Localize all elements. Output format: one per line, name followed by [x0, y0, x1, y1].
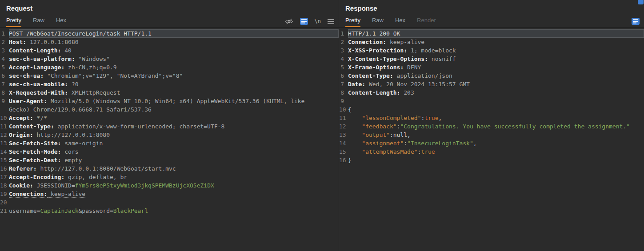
code-line-text[interactable]: "feedback":"Congratulations. You have su…: [348, 122, 644, 131]
code-line-text[interactable]: Accept: */*: [9, 114, 339, 122]
code-line-text[interactable]: }: [348, 156, 644, 164]
request-editor[interactable]: 1POST /WebGoat/InsecureLogin/task HTTP/1…: [0, 28, 339, 251]
eye-off-icon[interactable]: [285, 18, 293, 25]
code-line: 6sec-ch-ua: "Chromium";v="129", "Not=A?B…: [0, 72, 339, 80]
code-line-text[interactable]: Cookie: JSESSIONID=fYm5rs8eP5txyWmiod3jk…: [9, 181, 339, 190]
code-line-text[interactable]: Origin: http://127.0.0.1:8080: [9, 131, 339, 139]
code-segment: "attemptWasMade": [362, 148, 417, 155]
code-line-text[interactable]: Content-Length: 40: [9, 46, 339, 55]
code-line: 7Date: Wed, 20 Nov 2024 13:15:57 GMT: [339, 80, 644, 88]
line-number: 1: [0, 29, 9, 38]
response-tab-render[interactable]: Render: [417, 16, 436, 27]
line-number: 1: [339, 29, 348, 38]
response-tab-pretty[interactable]: Pretty: [345, 16, 360, 27]
code-line-text[interactable]: [348, 97, 644, 105]
line-number: 12: [0, 131, 9, 139]
code-line-text[interactable]: HTTP/1.1 200 OK: [348, 29, 644, 38]
code-line: 10Accept: */*: [0, 114, 339, 122]
code-line-text[interactable]: Content-Length: 203: [348, 88, 644, 97]
code-segment: X-Content-Type-Options:: [348, 56, 428, 62]
code-line: 15Sec-Fetch-Dest: empty: [0, 156, 339, 164]
code-line-text[interactable]: Connection: keep-alive: [348, 38, 644, 46]
http-message-viewer: Request Pretty Raw Hex: [0, 0, 644, 251]
request-tab-hex[interactable]: Hex: [56, 16, 66, 27]
code-line-text[interactable]: X-Content-Type-Options: nosniff: [348, 55, 644, 63]
code-segment: username=: [9, 207, 40, 214]
code-line: 19Connection: keep-alive: [0, 190, 339, 198]
code-segment: DENY: [404, 64, 421, 71]
code-line-text[interactable]: username=CaptainJack&password=BlackPearl: [9, 207, 339, 215]
code-line-text[interactable]: Gecko) Chrome/129.0.6668.71 Safari/537.3…: [9, 105, 339, 114]
code-line: 10{: [339, 105, 644, 114]
code-line-text[interactable]: Content-Type: application/json: [348, 72, 644, 80]
code-line-text[interactable]: POST /WebGoat/InsecureLogin/task HTTP/1.…: [9, 29, 339, 38]
code-segment: BlackPearl: [113, 207, 148, 214]
line-number: 9: [0, 97, 9, 105]
code-segment: Mozilla/5.0 (Windows NT 10.0; Win64; x64…: [47, 98, 304, 104]
window-badge-icon[interactable]: [638, 0, 644, 4]
code-segment: Content-Length:: [348, 89, 400, 96]
code-line-text[interactable]: [9, 198, 339, 207]
code-line-text[interactable]: sec-ch-ua-mobile: ?0: [9, 80, 339, 88]
code-line-text[interactable]: sec-ch-ua-platform: "Windows": [9, 55, 339, 63]
code-line-text[interactable]: X-XSS-Protection: 1; mode=block: [348, 46, 644, 55]
code-segment: cors: [61, 148, 78, 155]
code-line: 14Sec-Fetch-Mode: cors: [0, 147, 339, 156]
line-number: 6: [339, 72, 348, 80]
line-number: 4: [0, 55, 9, 63]
code-line: 12Origin: http://127.0.0.1:8080: [0, 131, 339, 139]
code-line-text[interactable]: Connection: keep-alive: [9, 190, 339, 198]
code-segment: true: [424, 115, 438, 121]
code-line: 6Content-Type: application/json: [339, 72, 644, 80]
code-line-text[interactable]: Sec-Fetch-Mode: cors: [9, 147, 339, 156]
code-line: 11 "lessonCompleted":true,: [339, 114, 644, 122]
response-toolbar: [632, 18, 640, 27]
code-segment: :: [390, 131, 393, 138]
response-tab-hex[interactable]: Hex: [395, 16, 405, 27]
request-tab-raw[interactable]: Raw: [33, 16, 44, 27]
pretty-format-icon[interactable]: [300, 18, 308, 25]
code-segment: Host:: [9, 39, 26, 45]
code-line-text[interactable]: Host: 127.0.0.1:8080: [9, 38, 339, 46]
newline-toggle-icon[interactable]: \n: [315, 18, 321, 24]
response-editor[interactable]: 1HTTP/1.1 200 OK2Connection: keep-alive3…: [339, 28, 644, 251]
code-segment: CaptainJack: [40, 207, 78, 214]
response-tab-raw[interactable]: Raw: [372, 16, 384, 27]
response-panel: Response Pretty Raw Hex Render 1HTTP/1.1…: [339, 0, 644, 251]
code-line-text[interactable]: X-Requested-With: XMLHttpRequest: [9, 88, 339, 97]
code-line-text[interactable]: X-Frame-Options: DENY: [348, 63, 644, 72]
code-line-text[interactable]: {: [348, 105, 644, 114]
menu-icon[interactable]: [328, 19, 334, 24]
code-line: 3X-XSS-Protection: 1; mode=block: [339, 46, 644, 55]
line-number: 21: [0, 207, 9, 215]
code-line-text[interactable]: User-Agent: Mozilla/5.0 (Windows NT 10.0…: [9, 97, 339, 105]
line-number: 7: [339, 80, 348, 88]
code-line-text[interactable]: Content-Type: application/x-www-form-url…: [9, 122, 339, 131]
line-number: 14: [339, 139, 348, 147]
code-line-text[interactable]: Accept-Language: zh-CN,zh;q=0.9: [9, 63, 339, 72]
line-number: [0, 105, 9, 114]
code-line-text[interactable]: sec-ch-ua: "Chromium";v="129", "Not=A?Br…: [9, 72, 339, 80]
code-line-text[interactable]: Referer: http://127.0.0.1:8080/WebGoat/s…: [9, 164, 339, 173]
code-segment: {: [348, 106, 352, 113]
code-segment: nosniff: [428, 56, 456, 62]
code-line-text[interactable]: "attemptWasMade":true: [348, 147, 644, 156]
code-line-text[interactable]: Sec-Fetch-Site: same-origin: [9, 139, 339, 147]
code-line-text[interactable]: Accept-Encoding: gzip, deflate, br: [9, 173, 339, 181]
pretty-format-icon[interactable]: [632, 18, 640, 25]
code-line: Gecko) Chrome/129.0.6668.71 Safari/537.3…: [0, 105, 339, 114]
code-segment: empty: [61, 157, 82, 163]
code-line-text[interactable]: Sec-Fetch-Dest: empty: [9, 156, 339, 164]
line-number: 15: [0, 156, 9, 164]
code-line-text[interactable]: Date: Wed, 20 Nov 2024 13:15:57 GMT: [348, 80, 644, 88]
code-line: 1HTTP/1.1 200 OK: [339, 29, 644, 38]
code-segment: Sec-Fetch-Site:: [9, 140, 61, 147]
code-line-text[interactable]: "assignment":"InsecureLoginTask",: [348, 139, 644, 147]
code-line-text[interactable]: "lessonCompleted":true,: [348, 114, 644, 122]
line-number: 11: [0, 122, 9, 131]
request-tab-pretty[interactable]: Pretty: [6, 16, 21, 27]
code-line: 11Content-Type: application/x-www-form-u…: [0, 122, 339, 131]
code-line: 18Cookie: JSESSIONID=fYm5rs8eP5txyWmiod3…: [0, 181, 339, 190]
request-toolbar: \n: [285, 18, 334, 27]
code-line-text[interactable]: "output":null,: [348, 131, 644, 139]
